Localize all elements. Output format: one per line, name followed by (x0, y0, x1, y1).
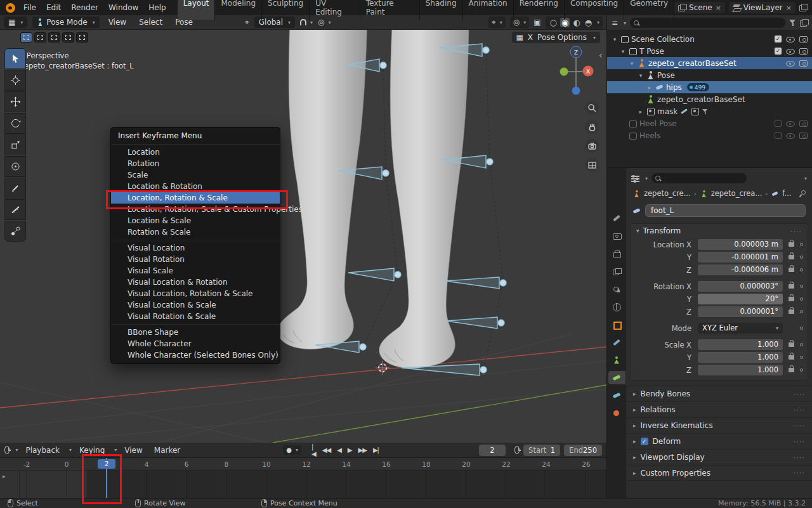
outliner-row-mask[interactable]: ▸ mask (607, 105, 812, 117)
tab-modifiers[interactable] (608, 335, 625, 349)
expand-icon[interactable]: ▾ (629, 60, 635, 67)
workspace-tab-modeling[interactable]: Modeling (215, 0, 262, 20)
menu-item-location[interactable]: Location (111, 147, 280, 158)
menu-item-scale[interactable]: Scale (111, 169, 280, 181)
location-x-field[interactable]: 0.000003 m (698, 239, 783, 250)
rotation-y-field[interactable]: 20° (698, 294, 783, 304)
tab-scene[interactable] (608, 282, 625, 296)
breadcrumb-bone[interactable]: f... (782, 189, 791, 198)
proportional-dropdown-caret[interactable]: ▾ (329, 20, 331, 25)
panel-drag-dots[interactable]: ···· (794, 438, 805, 446)
view-layer-selector[interactable]: ViewLayer × (729, 2, 796, 13)
transform-panel-header[interactable]: ▾ Transform ···· (631, 224, 808, 238)
tab-bone[interactable] (608, 371, 625, 384)
collection-checkbox[interactable] (775, 132, 782, 139)
location-z-field[interactable]: -0.000006 m (698, 264, 783, 275)
tool-measure[interactable] (4, 199, 26, 220)
menu-file[interactable]: File (18, 1, 41, 14)
camera-visibility-icon[interactable] (799, 60, 808, 67)
tool-pose-breakdowner[interactable] (4, 221, 26, 242)
lock-icon[interactable] (789, 342, 794, 347)
shading-dropdown-caret[interactable]: ▾ (597, 20, 599, 25)
previous-keyframe-button[interactable]: ◀◀ (320, 445, 333, 455)
select-mode-subtract[interactable] (48, 32, 60, 42)
menu-item-location-rotation[interactable]: Location & Rotation (111, 181, 280, 192)
playhead-frame-label[interactable]: 2 (98, 459, 115, 469)
menu-playback[interactable]: Playback (22, 445, 63, 456)
workspace-tab-geometry[interactable]: Geometry (624, 0, 674, 20)
menu-marker[interactable]: Marker (150, 445, 184, 456)
current-frame-field[interactable]: 2 (479, 445, 506, 456)
use-preview-range-icon[interactable] (514, 446, 520, 454)
blender-logo-icon[interactable] (6, 3, 15, 13)
pose-options-dropdown[interactable]: Pose Options (537, 33, 587, 42)
expand-icon[interactable]: ▸ (638, 108, 644, 115)
channel-expand-icon[interactable]: ▸ (3, 473, 6, 479)
menu-item-visual-scale[interactable]: Visual Scale (111, 265, 280, 277)
workspace-tab-rendering[interactable]: Rendering (514, 0, 565, 20)
workspace-tab-sculpting[interactable]: Sculpting (262, 0, 310, 20)
select-mode-intersect[interactable] (76, 32, 88, 42)
tool-select-box[interactable] (4, 48, 26, 69)
lock-icon[interactable] (789, 242, 794, 247)
rotation-mode-dropdown[interactable]: XYZ Euler▾ (698, 323, 783, 334)
panel-drag-dots[interactable]: ···· (794, 453, 805, 462)
outliner-editor-icon[interactable]: ≡ (612, 18, 618, 27)
menu-item-whole-character-selected[interactable]: Whole Character (Selected Bones Only) (111, 349, 280, 361)
jump-to-end-button[interactable]: ▶| (370, 445, 381, 455)
filter-icon[interactable] (789, 20, 796, 26)
new-view-layer-icon[interactable] (799, 4, 807, 11)
zoom-button[interactable] (585, 101, 599, 115)
menu-keying[interactable]: Keying (75, 445, 108, 456)
lock-icon[interactable] (789, 368, 794, 372)
play-reverse-button[interactable]: ◀ (334, 445, 344, 455)
frame-end-field[interactable]: End 250 (564, 445, 602, 456)
section-viewport-display[interactable]: ▸Viewport Display···· (626, 449, 812, 465)
animate-dot-icon[interactable] (800, 356, 803, 359)
camera-visibility-icon[interactable] (799, 133, 808, 139)
section-bendy-bones[interactable]: ▸Bendy Bones···· (626, 386, 812, 401)
animate-dot-icon[interactable] (800, 285, 803, 288)
jump-to-start-button[interactable]: |◀ (309, 442, 318, 459)
tab-bone-constraints[interactable] (608, 389, 625, 402)
outliner-row-armature-data[interactable]: zepeto_creatorBaseSet (607, 93, 812, 105)
panel-drag-dots[interactable]: ···· (794, 390, 805, 398)
menu-item-location-scale[interactable]: Location & Scale (111, 215, 280, 226)
outliner-row-hips[interactable]: ▸ hips 499 (607, 81, 812, 93)
menu-window[interactable]: Window (103, 1, 143, 14)
region-collapse-arrow[interactable]: ‹ (599, 50, 603, 60)
menu-item-visual-rotation[interactable]: Visual Rotation (111, 254, 280, 265)
lock-icon[interactable] (789, 297, 794, 301)
workspace-tab-animation[interactable]: Animation (463, 0, 514, 20)
outliner-row-heels[interactable]: Heels (607, 129, 812, 141)
properties-options-caret[interactable]: ▾ (804, 176, 807, 181)
tab-physics[interactable] (608, 407, 625, 420)
section-relations[interactable]: ▸Relations···· (626, 401, 812, 417)
properties-editor-icon[interactable] (631, 174, 639, 182)
expand-icon[interactable]: ▾ (638, 72, 644, 79)
tool-annotate[interactable] (4, 178, 26, 199)
location-y-field[interactable]: -0.000001 m (698, 252, 783, 263)
perspective-toggle-button[interactable] (585, 158, 599, 172)
tool-rotate[interactable] (4, 113, 26, 134)
snap-magnet-icon[interactable] (300, 19, 306, 25)
outliner-row-armature-object[interactable]: ▾ zepeto_creatorBaseSet (607, 57, 812, 69)
collection-checkbox[interactable]: ✓ (775, 48, 782, 55)
lock-icon[interactable] (789, 268, 794, 272)
outliner-row-heel-pose[interactable]: Heel Pose (607, 117, 812, 129)
menu-item-lrs-custom-props[interactable]: Location, Rotation, Scale & Custom Prope… (111, 204, 280, 215)
navigation-gizmo[interactable]: Z X (556, 41, 596, 100)
rotation-z-field[interactable]: 0.000001° (698, 306, 783, 317)
camera-visibility-icon[interactable] (799, 120, 808, 127)
menu-help[interactable]: Help (143, 1, 171, 14)
select-mode-new[interactable] (20, 32, 32, 42)
workspace-tab-shading[interactable]: Shading (420, 0, 463, 20)
camera-view-button[interactable] (585, 139, 599, 153)
animate-dot-icon[interactable] (800, 368, 803, 372)
panel-drag-dots[interactable]: ···· (794, 406, 805, 414)
breadcrumb-data[interactable]: zepeto_crea... (711, 189, 763, 198)
pin-icon[interactable] (799, 190, 806, 197)
eye-icon[interactable] (786, 36, 795, 42)
tool-move[interactable] (4, 91, 26, 112)
deform-checkbox[interactable]: ✓ (641, 438, 648, 445)
